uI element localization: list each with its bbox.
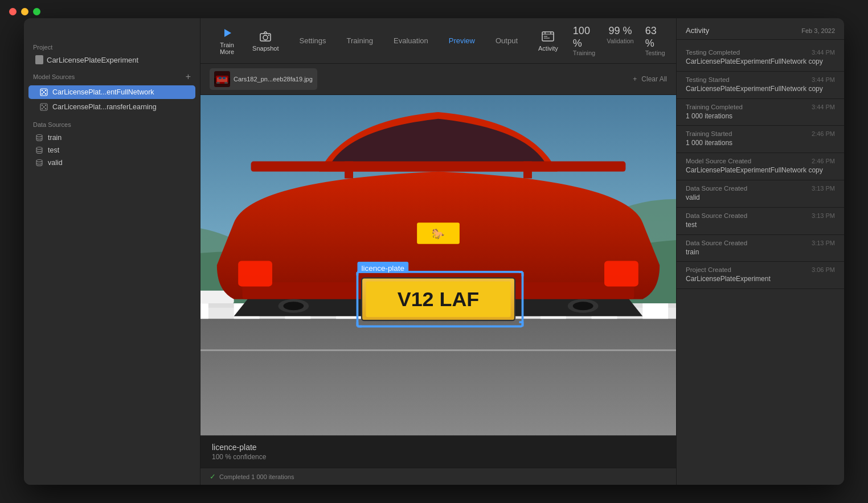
image-name: Cars182_pn...eeb28fa19.jpg [234,76,313,83]
stat-validation-label: Validation [607,38,634,44]
activity-item-header: Testing Completed 3:44 PM [686,49,835,56]
strip-controls: + Clear All [633,75,667,83]
svg-point-12 [42,108,43,109]
activity-list-item: Training Completed 3:44 PM 1 000 iterati… [677,99,844,126]
activity-label: Activity [538,45,558,52]
svg-rect-70 [523,162,532,179]
image-thumbnail[interactable]: Cars182_pn...eeb28fa19.jpg [210,68,317,90]
activity-item-header: Model Source Created 2:46 PM [686,158,835,164]
activity-item-header: Project Created 3:06 PM [686,266,835,273]
model-sources-header: Model Sources + [24,72,200,81]
project-section: Project CarLicensePlateExperiment [24,44,200,65]
model-item-transfer[interactable]: CarLicensePlat...ransferLearning [28,100,195,114]
image-strip: Cars182_pn...eeb28fa19.jpg + Clear All [200,64,676,95]
svg-rect-59 [238,261,272,287]
svg-text:🐎: 🐎 [432,228,445,240]
activity-item-desc: valid [686,193,835,203]
model-item-label-2: CarLicensePlat...ransferLearning [52,103,157,111]
main-content: Train More Snapshot Settings [200,18,676,485]
car-scene-svg: 🐎 V12 LAF [200,95,676,435]
activity-item-time: 3:13 PM [812,212,835,219]
svg-point-13 [45,105,46,106]
activity-item-desc: train [686,248,835,257]
activity-item-title: Data Source Created [686,240,747,246]
activity-item-time: 3:44 PM [812,104,835,110]
tab-output[interactable]: Output [485,33,528,48]
svg-point-11 [42,105,43,106]
activity-item-time: 3:13 PM [812,185,835,192]
activity-list-item: Model Source Created 2:46 PM CarLicenseP… [677,153,844,180]
activity-item-time: 3:06 PM [812,266,835,273]
svg-text:V12 LAF: V12 LAF [398,288,480,311]
data-source-train[interactable]: train [24,131,200,144]
tab-settings[interactable]: Settings [289,33,337,48]
svg-point-64 [573,302,593,310]
activity-list-item: Project Created 3:06 PM CarLicensePlateE… [677,262,844,289]
svg-point-21 [263,35,268,40]
svg-rect-32 [217,77,227,82]
activity-list-item: Testing Completed 3:44 PM CarLicensePlat… [677,44,844,72]
activity-item-desc: test [686,220,835,230]
data-source-test[interactable]: test [24,144,200,156]
svg-point-6 [42,93,43,94]
data-source-valid[interactable]: valid [24,156,200,169]
preview-area: Cars182_pn...eeb28fa19.jpg + Clear All [200,64,676,485]
activity-panel-title: Activity [686,26,709,35]
project-label: Project [33,44,191,51]
status-check-icon: ✓ [210,472,216,481]
activity-item-title: Training Started [686,130,732,137]
clear-all-button[interactable]: Clear All [641,75,667,83]
model-item-full-network[interactable]: CarLicensePlat...entFullNetwork [28,85,195,99]
activity-item-title: Testing Started [686,76,730,83]
stat-testing: 63 % Testing [645,25,665,56]
neural-net-icon [40,88,48,96]
status-message: Completed 1 000 iterations [219,473,294,480]
add-image-button[interactable]: + [633,75,637,83]
train-more-button[interactable]: Train More [212,22,242,60]
svg-rect-60 [604,261,638,287]
activity-panel-date: Feb 3, 2022 [801,27,835,34]
svg-point-5 [42,90,43,91]
tab-preview[interactable]: Preview [439,33,485,48]
activity-item-header: Data Source Created 3:13 PM [686,212,835,219]
svg-point-14 [45,108,46,109]
status-bar: ✓ Completed 1 000 iterations [200,468,676,485]
play-icon [221,27,234,39]
activity-item-time: 3:13 PM [812,240,835,246]
svg-rect-40 [200,316,676,435]
stat-training: 100 % Training [573,25,595,56]
svg-rect-35 [216,82,220,84]
activity-button[interactable]: Activity [530,26,566,56]
activity-item-header: Testing Started 3:44 PM [686,76,835,83]
stat-training-value: 100 % [573,25,595,50]
activity-item-header: Data Source Created 3:13 PM [686,240,835,246]
svg-rect-33 [219,77,222,79]
svg-rect-36 [224,82,228,84]
activity-item-title: Project Created [686,266,731,273]
add-model-button[interactable]: + [186,72,191,81]
activity-list: Testing Completed 3:44 PM CarLicensePlat… [677,40,844,485]
snapshot-button[interactable]: Snapshot [244,26,286,56]
sidebar: Project CarLicensePlateExperiment Model … [24,18,200,485]
svg-rect-55 [642,303,668,319]
stat-training-label: Training [573,50,595,56]
data-sources-header: Data Sources [24,114,200,131]
project-item[interactable]: CarLicensePlateExperiment [33,54,191,65]
activity-item-header: Training Started 2:46 PM [686,130,835,137]
svg-rect-22 [268,35,269,36]
detection-label: licence-plate [212,443,665,452]
stat-testing-label: Testing [645,50,665,56]
svg-rect-68 [251,162,626,172]
car-image-container: 🐎 V12 LAF [200,95,676,435]
database-icon-train [35,134,43,142]
svg-point-9 [43,92,45,93]
tab-training[interactable]: Training [337,33,383,48]
data-source-valid-label: valid [48,159,63,167]
tab-evaluation[interactable]: Evaluation [383,33,439,48]
activity-icon [542,30,554,43]
activity-list-item: Data Source Created 3:13 PM valid [677,180,844,208]
stats-group: 100 % Training 99 % Validation 63 % Test… [573,25,665,56]
data-source-train-label: train [48,134,62,142]
svg-rect-46 [200,303,208,319]
activity-item-title: Training Completed [686,104,743,110]
